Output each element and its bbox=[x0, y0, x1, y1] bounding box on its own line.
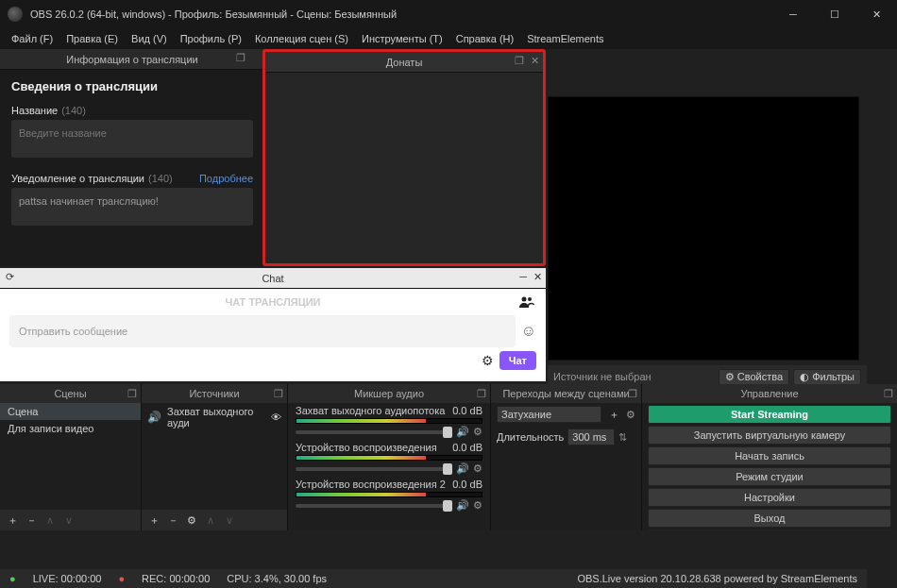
gear-icon[interactable]: ⚙ bbox=[626, 409, 635, 421]
menu-profile[interactable]: Профиль (P) bbox=[175, 31, 247, 46]
speaker-icon[interactable]: 🔊 bbox=[456, 426, 469, 438]
chat-title: ЧАТ ТРАНСЛЯЦИИ bbox=[225, 296, 320, 308]
mixer-db: 0.0 dB bbox=[452, 405, 482, 416]
add-button[interactable]: ＋ bbox=[145, 512, 162, 529]
virtual-cam-button[interactable]: Запустить виртуальную камеру bbox=[648, 426, 891, 445]
status-live: LIVE: 00:00:00 bbox=[33, 573, 102, 584]
transition-select[interactable]: Затухание bbox=[497, 406, 601, 423]
mixer-item: Захват выходного аудиопотока0.0 dB🔊⚙ bbox=[288, 403, 490, 440]
properties-button[interactable]: ⚙Свойства bbox=[719, 369, 789, 385]
preview-area[interactable] bbox=[548, 96, 859, 361]
record-button[interactable]: Начать запись bbox=[648, 446, 891, 465]
menu-streamelements[interactable]: StreamElements bbox=[521, 31, 609, 46]
menubar: Файл (F) Правка (E) Вид (V) Профиль (P) … bbox=[0, 28, 897, 49]
name-input[interactable] bbox=[11, 120, 253, 158]
volume-slider[interactable] bbox=[296, 504, 452, 508]
scene-item[interactable]: Сцена bbox=[0, 403, 141, 420]
close-icon[interactable]: ✕ bbox=[531, 55, 539, 67]
transitions-dock: Переходы между сценами❐ Затухание ＋ ⚙ Дл… bbox=[491, 384, 642, 530]
menu-tools[interactable]: Инструменты (T) bbox=[356, 31, 448, 46]
mixer-name: Захват выходного аудиопотока bbox=[296, 405, 445, 416]
speaker-icon[interactable]: 🔊 bbox=[456, 499, 469, 512]
gear-icon[interactable]: ⚙ bbox=[183, 512, 200, 529]
sources-dock: Источники❐ 🔊 Захват выходного ауди 👁 ＋ －… bbox=[142, 384, 288, 530]
up-button[interactable]: ∧ bbox=[42, 512, 59, 529]
gear-icon[interactable]: ⚙ bbox=[473, 499, 482, 512]
mixer-db: 0.0 dB bbox=[452, 479, 482, 490]
transitions-header: Переходы между сценами bbox=[502, 388, 629, 399]
notif-input[interactable]: pattsa начинает трансляцию! bbox=[11, 188, 253, 226]
more-link[interactable]: Подробнее bbox=[199, 173, 253, 184]
se-support-button[interactable]: StreamElements Live Support bbox=[648, 529, 891, 530]
settings-button[interactable]: Настройки bbox=[648, 488, 891, 507]
menu-file[interactable]: Файл (F) bbox=[6, 31, 59, 46]
dash-icon[interactable]: ─ bbox=[519, 271, 527, 282]
menu-view[interactable]: Вид (V) bbox=[126, 31, 173, 46]
maximize-button[interactable]: ☐ bbox=[814, 0, 855, 28]
statusbar: ●LIVE: 00:00:00 ●REC: 00:00:00 CPU: 3.4%… bbox=[0, 569, 867, 588]
status-version: OBS.Live version 20.10.28.638 powered by… bbox=[577, 573, 857, 584]
down-button[interactable]: ∨ bbox=[221, 512, 238, 529]
studio-button[interactable]: Режим студии bbox=[648, 467, 891, 486]
close-icon[interactable]: ✕ bbox=[533, 271, 542, 283]
volume-slider[interactable] bbox=[296, 467, 452, 471]
audio-meter bbox=[296, 455, 482, 461]
source-item[interactable]: 🔊 Захват выходного ауди 👁 bbox=[142, 403, 287, 431]
chat-send-button[interactable]: Чат bbox=[499, 351, 536, 370]
stream-info-dock: Информация о трансляции ❐ Сведения о тра… bbox=[0, 49, 264, 266]
emoji-icon[interactable]: ☺ bbox=[521, 323, 536, 340]
popout-icon[interactable]: ❐ bbox=[236, 52, 245, 64]
eye-icon[interactable]: 👁 bbox=[271, 412, 281, 423]
down-button[interactable]: ∨ bbox=[60, 512, 77, 529]
gear-icon[interactable]: ⚙ bbox=[473, 462, 482, 475]
start-streaming-button[interactable]: Start Streaming bbox=[648, 405, 891, 424]
obs-icon bbox=[8, 7, 23, 22]
exit-button[interactable]: Выход bbox=[648, 509, 891, 528]
minimize-button[interactable]: ─ bbox=[772, 0, 814, 28]
popout-icon[interactable]: ❐ bbox=[628, 388, 637, 400]
up-button[interactable]: ∧ bbox=[202, 512, 219, 529]
window-title: OBS 26.0.2 (64-bit, windows) - Профиль: … bbox=[30, 8, 772, 20]
menu-edit[interactable]: Правка (E) bbox=[60, 31, 124, 46]
scenes-dock: Сцены❐ Сцена Для записи видео ＋ － ∧ ∨ bbox=[0, 384, 142, 530]
info-header: Информация о трансляции bbox=[66, 54, 197, 65]
mixer-dock: Микшер аудио❐ Захват выходного аудиопото… bbox=[288, 384, 491, 530]
menu-help[interactable]: Справка (H) bbox=[450, 31, 519, 46]
mixer-name: Устройство воспроизведения 2 bbox=[296, 479, 446, 490]
status-rec: REC: 00:00:00 bbox=[142, 573, 210, 584]
volume-slider[interactable] bbox=[296, 430, 452, 434]
users-icon[interactable] bbox=[519, 295, 534, 309]
add-button[interactable]: ＋ bbox=[4, 512, 21, 529]
notif-label: Уведомление о трансляции bbox=[11, 173, 144, 184]
add-button[interactable]: ＋ bbox=[605, 406, 622, 423]
svg-point-1 bbox=[528, 297, 532, 301]
scene-item[interactable]: Для записи видео bbox=[0, 420, 141, 437]
filters-button[interactable]: ◐Фильтры bbox=[793, 369, 861, 385]
mixer-name: Устройство воспроизведения bbox=[296, 442, 437, 453]
gear-icon[interactable]: ⚙ bbox=[473, 426, 482, 438]
popout-icon[interactable]: ❐ bbox=[884, 388, 893, 400]
close-button[interactable]: ✕ bbox=[855, 0, 897, 28]
titlebar: OBS 26.0.2 (64-bit, windows) - Профиль: … bbox=[0, 0, 897, 28]
speaker-icon[interactable]: 🔊 bbox=[456, 462, 469, 475]
mixer-item: Устройство воспроизведения0.0 dB🔊⚙ bbox=[288, 440, 490, 477]
chat-input[interactable] bbox=[9, 315, 516, 347]
mixer-item: Устройство воспроизведения 20.0 dB🔊⚙ bbox=[288, 477, 490, 513]
sources-header: Источники bbox=[189, 388, 239, 399]
popout-icon[interactable]: ❐ bbox=[477, 388, 486, 400]
mixer-header: Микшер аудио bbox=[354, 388, 424, 399]
popout-icon[interactable]: ❐ bbox=[127, 388, 137, 400]
popout-icon[interactable]: ❐ bbox=[274, 388, 283, 400]
donates-dock: Донаты ❐ ✕ bbox=[262, 49, 546, 266]
refresh-icon[interactable]: ⟳ bbox=[6, 271, 14, 283]
duration-input[interactable] bbox=[567, 428, 615, 445]
menu-scenes[interactable]: Коллекция сцен (S) bbox=[249, 31, 354, 46]
status-cpu: CPU: 3.4%, 30.00 fps bbox=[227, 573, 327, 584]
gear-icon[interactable]: ⚙ bbox=[482, 353, 494, 368]
popout-icon[interactable]: ❐ bbox=[515, 55, 524, 67]
source-name: Захват выходного ауди bbox=[167, 406, 265, 428]
remove-button[interactable]: － bbox=[23, 512, 40, 529]
remove-button[interactable]: － bbox=[164, 512, 181, 529]
svg-point-0 bbox=[522, 297, 527, 302]
controls-header: Управление bbox=[740, 388, 798, 399]
